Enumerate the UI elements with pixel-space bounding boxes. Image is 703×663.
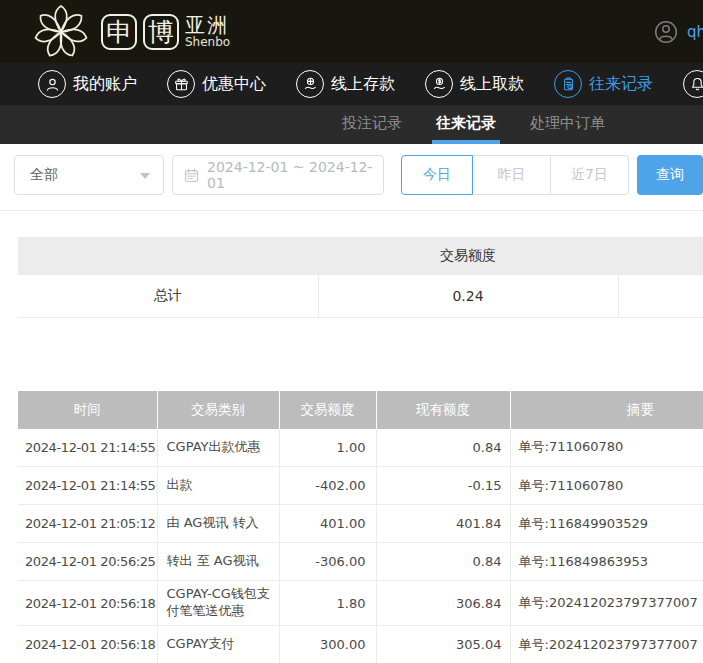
cell-time: 2024-12-01 21:14:55 bbox=[18, 467, 157, 505]
logo-char-bo: 博 bbox=[143, 14, 179, 50]
main-nav: 我的账户 优惠中心 线上存款 bbox=[0, 63, 703, 105]
nav-item-withdraw[interactable]: 线上取款 bbox=[425, 70, 524, 98]
cell-time: 2024-12-01 20:56:18 bbox=[18, 581, 157, 626]
cell-type: 出款 bbox=[157, 467, 279, 505]
cell-memo: 单号:202412023797377007 bbox=[510, 626, 703, 663]
records-icon bbox=[554, 70, 582, 98]
today-button[interactable]: 今日 bbox=[401, 155, 473, 195]
cell-balance: -0.15 bbox=[376, 467, 510, 505]
type-select-value: 全部 bbox=[30, 166, 58, 184]
cell-amount: -306.00 bbox=[279, 543, 376, 581]
nav-item-deposit[interactable]: 线上存款 bbox=[296, 70, 395, 98]
sub-nav: 投注记录 往来记录 处理中订单 bbox=[0, 105, 703, 144]
cell-balance: 401.84 bbox=[376, 505, 510, 543]
col-header-memo: 摘要 bbox=[510, 391, 703, 429]
cell-time: 2024-12-01 21:05:12 bbox=[18, 505, 157, 543]
quick-range-group: 今日 昨日 近7日 bbox=[401, 155, 629, 195]
filter-bar: 全部 2024-12-01 ~ 2024-12-01 今日 昨日 近7日 查询 bbox=[0, 144, 703, 197]
chevron-down-icon bbox=[140, 173, 150, 179]
col-header-type: 交易类别 bbox=[157, 391, 279, 429]
date-range-value: 2024-12-01 ~ 2024-12-01 bbox=[207, 159, 383, 191]
cell-type: CGPAY-CG钱包支付笔笔送优惠 bbox=[157, 581, 279, 626]
calendar-icon bbox=[183, 167, 200, 184]
tab-pending-orders[interactable]: 处理中订单 bbox=[526, 105, 609, 144]
cell-amount: -402.00 bbox=[279, 467, 376, 505]
nav-item-notifications[interactable] bbox=[683, 70, 703, 98]
tab-betting-records[interactable]: 投注记录 bbox=[338, 105, 406, 144]
table-row: 2024-12-01 20:56:18 CGPAY支付 300.00 305.0… bbox=[18, 626, 703, 663]
cell-time: 2024-12-01 21:14:55 bbox=[18, 429, 157, 467]
table-row: 2024-12-01 21:14:55 CGPAY出款优惠 1.00 0.84 … bbox=[18, 429, 703, 467]
deposit-icon bbox=[296, 70, 324, 98]
transactions-header-row: 时间 交易类别 交易额度 现有额度 摘要 bbox=[18, 391, 703, 429]
nav-item-my-account[interactable]: 我的账户 bbox=[38, 70, 137, 98]
tab-transaction-records[interactable]: 往来记录 bbox=[432, 105, 500, 144]
page: 申 博 亚洲 Shenbo qh 我的账户 bbox=[0, 0, 703, 663]
cell-memo: 单号:116849903529 bbox=[510, 505, 703, 543]
nav-item-label: 线上存款 bbox=[331, 74, 395, 95]
cell-balance: 305.04 bbox=[376, 626, 510, 663]
col-header-time: 时间 bbox=[18, 391, 157, 429]
cell-memo: 单号:202412023797377007 bbox=[510, 581, 703, 626]
transactions-table: 时间 交易类别 交易额度 现有额度 摘要 2024-12-01 21:14:55… bbox=[18, 391, 703, 663]
summary-total-row: 总计 0.24 bbox=[18, 275, 703, 317]
table-row: 2024-12-01 21:14:55 出款 -402.00 -0.15 单号:… bbox=[18, 467, 703, 505]
table-row: 2024-12-01 20:56:25 转出 至 AG视讯 -306.00 0.… bbox=[18, 543, 703, 581]
summary-header-empty bbox=[618, 237, 703, 275]
cell-amount: 401.00 bbox=[279, 505, 376, 543]
summary-empty-cell bbox=[618, 275, 703, 317]
summary-header-label: 交易额度 bbox=[318, 237, 618, 275]
cell-amount: 1.80 bbox=[279, 581, 376, 626]
summary-header-empty bbox=[18, 237, 318, 275]
table-row: 2024-12-01 20:56:18 CGPAY-CG钱包支付笔笔送优惠 1.… bbox=[18, 581, 703, 626]
cell-time: 2024-12-01 20:56:25 bbox=[18, 543, 157, 581]
promo-icon bbox=[167, 70, 195, 98]
cell-type: CGPAY出款优惠 bbox=[157, 429, 279, 467]
type-select[interactable]: 全部 bbox=[14, 155, 164, 195]
cell-memo: 单号:711060780 bbox=[510, 429, 703, 467]
cell-time: 2024-12-01 20:56:18 bbox=[18, 626, 157, 663]
summary-header-row: 交易额度 bbox=[18, 237, 703, 275]
cell-amount: 300.00 bbox=[279, 626, 376, 663]
cell-type: CGPAY支付 bbox=[157, 626, 279, 663]
account-icon bbox=[38, 70, 66, 98]
brand-text: 亚洲 Shenbo bbox=[185, 15, 230, 49]
bell-icon bbox=[683, 70, 703, 98]
username-text[interactable]: qh bbox=[687, 23, 703, 41]
nav-item-label: 线上取款 bbox=[460, 74, 524, 95]
logo-char-shen: 申 bbox=[101, 14, 137, 50]
cell-balance: 306.84 bbox=[376, 581, 510, 626]
cell-balance: 0.84 bbox=[376, 543, 510, 581]
flower-logo-icon bbox=[30, 3, 92, 61]
cell-amount: 1.00 bbox=[279, 429, 376, 467]
brand-subtitle: Shenbo bbox=[185, 36, 230, 49]
search-button[interactable]: 查询 bbox=[637, 155, 703, 195]
summary-total-label: 总计 bbox=[18, 275, 318, 317]
col-header-amount: 交易额度 bbox=[279, 391, 376, 429]
user-avatar-icon[interactable] bbox=[653, 19, 679, 45]
nav-item-label: 我的账户 bbox=[73, 74, 137, 95]
cell-memo: 单号:116849863953 bbox=[510, 543, 703, 581]
col-header-balance: 现有额度 bbox=[376, 391, 510, 429]
section-divider bbox=[0, 210, 703, 211]
cell-type: 由 AG视讯 转入 bbox=[157, 505, 279, 543]
brand-region: 亚洲 bbox=[185, 15, 230, 36]
summary-total-value: 0.24 bbox=[318, 275, 618, 317]
summary-table: 交易额度 总计 0.24 bbox=[18, 237, 703, 318]
top-header: 申 博 亚洲 Shenbo qh bbox=[0, 0, 703, 63]
user-area[interactable]: qh bbox=[653, 19, 703, 45]
table-row: 2024-12-01 21:05:12 由 AG视讯 转入 401.00 401… bbox=[18, 505, 703, 543]
nav-item-transaction-records[interactable]: 往来记录 bbox=[554, 70, 653, 98]
yesterday-button[interactable]: 昨日 bbox=[472, 155, 551, 195]
cell-memo: 单号:711060780 bbox=[510, 467, 703, 505]
withdraw-icon bbox=[425, 70, 453, 98]
nav-item-label: 往来记录 bbox=[589, 74, 653, 95]
cell-balance: 0.84 bbox=[376, 429, 510, 467]
nav-item-promotions[interactable]: 优惠中心 bbox=[167, 70, 266, 98]
nav-item-label: 优惠中心 bbox=[202, 74, 266, 95]
last7days-button[interactable]: 近7日 bbox=[550, 155, 629, 195]
cell-type: 转出 至 AG视讯 bbox=[157, 543, 279, 581]
date-range-input[interactable]: 2024-12-01 ~ 2024-12-01 bbox=[172, 155, 384, 195]
